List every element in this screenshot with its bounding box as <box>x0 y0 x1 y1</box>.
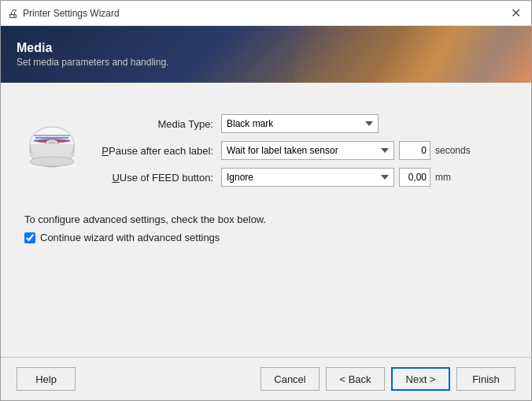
svg-point-7 <box>30 157 74 166</box>
pause-label: PPause after each label: <box>95 145 221 157</box>
close-button[interactable]: ✕ <box>506 4 525 23</box>
advanced-section: To configure advanced settings, check th… <box>24 213 508 243</box>
pause-select[interactable]: Wait for label taken sensor None Fixed d… <box>221 141 394 160</box>
media-type-label: Media Type: <box>95 118 221 130</box>
feed-label: UUse of FEED button: <box>95 172 221 184</box>
pause-row: PPause after each label: Wait for label … <box>95 141 508 160</box>
help-button[interactable]: Help <box>17 367 76 391</box>
header-title: Media <box>17 41 168 55</box>
header-subtitle: Set media parameters and handling. <box>17 57 168 68</box>
feed-row: UUse of FEED button: Ignore Feed Retract… <box>95 168 508 187</box>
advanced-description: To configure advanced settings, check th… <box>24 213 508 225</box>
seconds-input[interactable] <box>399 141 430 160</box>
media-roll-icon <box>24 122 79 177</box>
back-button[interactable]: < Back <box>326 367 385 391</box>
advanced-checkbox-row: Continue wizard with advanced settings <box>24 232 508 243</box>
cancel-button[interactable]: Cancel <box>260 367 320 391</box>
header-text: Media Set media parameters and handling. <box>17 41 168 68</box>
footer-left: Help <box>17 367 76 391</box>
media-type-row: Media Type: Black mark Gap/notch Continu… <box>95 114 508 133</box>
wizard-window: 🖨 Printer Settings Wizard ✕ Media Set me… <box>0 0 532 401</box>
advanced-checkbox-label[interactable]: Continue wizard with advanced settings <box>40 232 220 243</box>
seconds-unit-label: seconds <box>435 145 471 156</box>
form-area: Media Type: Black mark Gap/notch Continu… <box>24 114 508 195</box>
mm-unit-label: mm <box>435 172 451 183</box>
printer-icon: 🖨 <box>7 7 18 20</box>
advanced-checkbox[interactable] <box>24 232 35 243</box>
form-fields: Media Type: Black mark Gap/notch Continu… <box>95 114 508 195</box>
content-area: Media Type: Black mark Gap/notch Continu… <box>1 83 531 357</box>
header-banner: Media Set media parameters and handling. <box>1 26 531 83</box>
finish-button[interactable]: Finish <box>456 367 515 391</box>
media-type-select[interactable]: Black mark Gap/notch Continuous <box>221 114 379 133</box>
footer: Help Cancel < Back Next > Finish <box>1 358 531 400</box>
next-button[interactable]: Next > <box>391 367 450 391</box>
footer-right: Cancel < Back Next > Finish <box>260 367 515 391</box>
title-bar: 🖨 Printer Settings Wizard ✕ <box>1 1 531 26</box>
mm-input[interactable] <box>399 168 430 187</box>
feed-select[interactable]: Ignore Feed Retract <box>221 168 394 187</box>
window-title: Printer Settings Wizard <box>23 8 120 19</box>
